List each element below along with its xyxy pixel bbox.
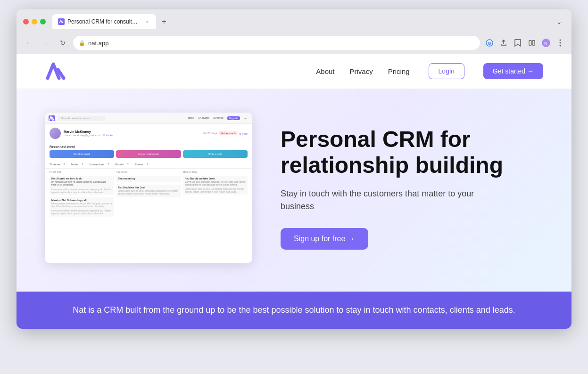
svg-text:N: N [544, 41, 547, 46]
svg-rect-2 [529, 41, 531, 45]
svg-point-7 [560, 42, 561, 44]
col2-header: Tue 5 Oct [116, 171, 181, 173]
back-button[interactable]: ← [22, 36, 35, 49]
mockup-upgrade-btn: Upgrade [227, 116, 240, 120]
mockup-contact-meta: Fri 25 Sept Not in touch ⊕ note [203, 131, 248, 135]
banner-text: Nat is a CRM built from the ground up to… [45, 304, 543, 317]
mockup-more: ⋯ [244, 116, 247, 120]
tab-title: Personal CRM for consultants [67, 18, 140, 25]
minimize-button[interactable] [32, 19, 37, 24]
mockup-tabs: Timeline ▼ Notes ▼ Interactions ▼ Emails… [45, 161, 252, 169]
app-screenshot: Search contacts, notes Home Analytics Se… [45, 113, 252, 263]
mockup-nav: Home Analytics Settings Upgrade ⋯ [187, 116, 247, 120]
site-nav: About Privacy Pricing Login Get started … [17, 54, 571, 89]
col3-header: Mon 27 Sep [183, 171, 248, 173]
profile-icon[interactable]: N [540, 37, 552, 49]
mockup-timeline: Fri 23 Oct Re: Should we hire Josh I'm n… [45, 169, 252, 219]
signup-button[interactable]: Sign up for free → [281, 228, 368, 250]
svg-rect-3 [532, 41, 535, 45]
mockup-contact-info: Marvin McKinney marvin.mckinney@gmail.co… [64, 130, 200, 137]
bookmark-icon[interactable] [512, 37, 523, 49]
mockup-nav-home: Home [187, 116, 194, 120]
hero-subtext: Stay in touch with the customers that ma… [281, 187, 488, 213]
mockup-contact-name: Marvin McKinney [64, 130, 200, 133]
mockup-col-1: Fri 23 Oct Re: Should we hire Josh I'm n… [50, 171, 114, 217]
tab-favicon [58, 18, 65, 25]
website-content: About Privacy Pricing Login Get started … [17, 54, 571, 329]
maximize-button[interactable] [40, 19, 46, 24]
traffic-lights [23, 19, 46, 24]
mockup-card-2: Team meeting [116, 176, 181, 182]
mockup-tab-timeline[interactable]: Timeline [50, 163, 60, 166]
svg-point-8 [560, 45, 561, 47]
nav-links: About Privacy Pricing Login Get started … [316, 63, 543, 79]
nav-about[interactable]: About [316, 67, 334, 75]
tab-close-icon[interactable]: × [144, 18, 150, 25]
new-tab-button[interactable]: + [158, 16, 170, 28]
login-button[interactable]: Login [429, 63, 464, 79]
tab-bar: Personal CRM for consultants × + [52, 14, 554, 29]
window-expand-icon[interactable]: ⌄ [554, 16, 565, 27]
browser-titlebar: Personal CRM for consultants × + ⌄ [17, 9, 571, 33]
mockup-actions: Send an email Log an interaction Write a… [45, 150, 252, 161]
mockup-tab-events[interactable]: Events [135, 163, 143, 166]
browser-toolbar: ← → ↻ 🔒 nat.app G N [17, 33, 571, 54]
app-mockup: Search contacts, notes Home Analytics Se… [45, 113, 252, 263]
mockup-tab-emails[interactable]: Emails [116, 163, 124, 166]
google-icon[interactable]: G [484, 37, 495, 49]
hero-section: Search contacts, notes Home Analytics Se… [17, 89, 571, 292]
svg-text:G: G [488, 41, 491, 46]
lock-icon: 🔒 [79, 40, 85, 46]
mockup-topbar: Search contacts, notes Home Analytics Se… [45, 113, 252, 124]
mockup-avatar [50, 128, 61, 139]
logo[interactable] [45, 61, 67, 81]
browser-window: Personal CRM for consultants × + ⌄ ← → ↻… [17, 9, 571, 329]
col1-header: Fri 23 Oct [50, 171, 114, 173]
mockup-search[interactable]: Search contacts, notes [58, 116, 105, 121]
mockup-btn-note[interactable]: Write a note [183, 150, 248, 158]
hero-text: Personal CRM for relationship building S… [281, 126, 543, 250]
close-button[interactable] [23, 19, 29, 24]
reader-view-icon[interactable] [526, 37, 538, 49]
toolbar-actions: G N [484, 37, 566, 49]
banner: Nat is a CRM built from the ground up to… [17, 292, 571, 329]
mockup-nav-analytics: Analytics [198, 116, 209, 120]
mockup-btn-email[interactable]: Send an email [50, 150, 114, 158]
hero-headline: Personal CRM for relationship building [281, 126, 543, 178]
share-icon[interactable] [498, 37, 509, 49]
mockup-contact-email: marvin.mckinney@gmail.com ✉ invite [64, 133, 200, 137]
mockup-card-1b: Marvin / Nat Onboarding call Marvin just… [50, 197, 114, 216]
nav-pricing[interactable]: Pricing [388, 67, 410, 75]
mockup-tab-notes[interactable]: Notes [71, 163, 79, 166]
mockup-card-2b: Re: Should we hire Josh Lorem ipsum dolo… [116, 185, 181, 197]
nav-privacy[interactable]: Privacy [350, 67, 373, 75]
get-started-button[interactable]: Get started → [483, 63, 543, 79]
mockup-reconnect: Reconnect now! [45, 143, 252, 150]
mockup-nav-settings: Settings [213, 116, 224, 120]
forward-button[interactable]: → [39, 36, 52, 49]
url-text: nat.app [88, 40, 108, 47]
mockup-col-3: Mon 27 Sep Re: Should we hire Josh Marvi… [183, 171, 248, 217]
mockup-contact-row: Marvin McKinney marvin.mckinney@gmail.co… [45, 124, 252, 143]
active-tab[interactable]: Personal CRM for consultants × [52, 14, 156, 29]
mockup-tab-interactions[interactable]: Interactions [90, 163, 104, 166]
address-bar[interactable]: 🔒 nat.app [73, 36, 480, 50]
more-options-icon[interactable] [555, 37, 566, 49]
svg-point-6 [560, 40, 561, 41]
mockup-btn-interaction[interactable]: Log an interaction [116, 150, 181, 158]
mockup-card-1: Re: Should we hire Josh I'm not quite su… [50, 176, 114, 195]
refresh-button[interactable]: ↻ [56, 36, 69, 49]
mockup-logo [49, 115, 55, 121]
mockup-col-2: Tue 5 Oct Team meeting Re: Should we hir… [116, 171, 181, 217]
mockup-card-3: Re: Should we hire Josh Marvin just got … [183, 176, 248, 195]
